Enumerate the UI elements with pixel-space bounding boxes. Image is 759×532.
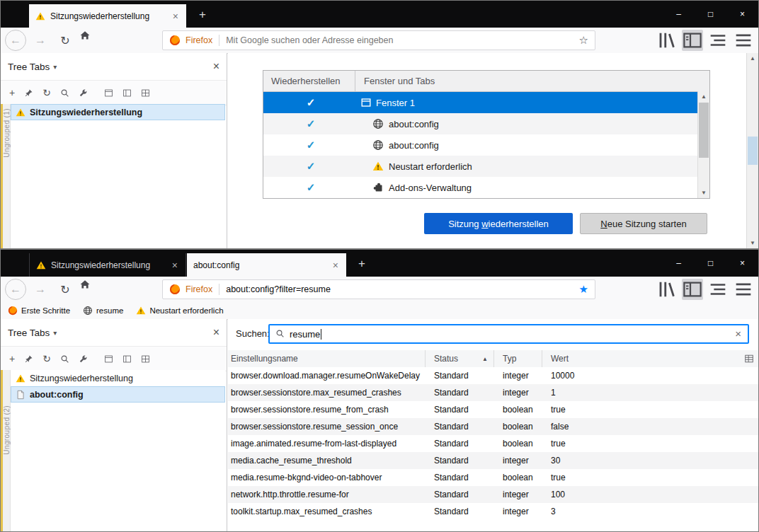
maximize-button[interactable]: □ [695, 250, 726, 277]
maximize-button[interactable]: □ [695, 1, 726, 28]
new-session-button[interactable]: Neue Sitzung starten [580, 213, 707, 234]
minimize-button[interactable]: – [663, 250, 695, 277]
page-scrollbar[interactable]: ▲ ▼ [746, 53, 758, 248]
check-icon[interactable]: ✓ [304, 177, 317, 198]
home-button[interactable] [79, 30, 91, 41]
new-tab-button[interactable]: + [353, 255, 371, 272]
check-icon[interactable]: ✓ [304, 156, 317, 177]
pref-row[interactable]: browser.sessionstore.resume_session_once… [228, 418, 758, 435]
home-button[interactable] [79, 279, 91, 290]
pref-row[interactable]: network.http.throttle.resume-forStandard… [228, 486, 758, 503]
list-icon[interactable] [707, 30, 729, 51]
add-tab-button[interactable]: + [9, 354, 15, 364]
session-restore-row[interactable]: ✓Neustart erforderlich [263, 156, 709, 177]
refresh-icon[interactable]: ↻ [42, 354, 51, 364]
column-header-status[interactable]: Status▲ [426, 350, 494, 367]
titlebar[interactable]: Sitzungswiederherstellung × + – □ × [1, 1, 758, 28]
browser-tab-session-restore[interactable]: Sitzungswiederherstellung × [29, 4, 186, 28]
session-restore-row[interactable]: ✓Add-ons-Verwaltung [263, 177, 709, 198]
pref-row[interactable]: browser.download.manager.resumeOnWakeDel… [228, 367, 758, 384]
tab-close-icon[interactable]: × [331, 260, 340, 271]
titlebar[interactable]: Sitzungswiederherstellung × about:config… [1, 250, 758, 277]
tab-close-icon[interactable]: × [171, 260, 179, 271]
pref-row[interactable]: media.cache_resume_thresholdStandardinte… [228, 452, 758, 469]
panel-left-icon[interactable] [122, 354, 132, 364]
sidebar-tab-item[interactable]: Sitzungswiederherstellung [11, 104, 225, 120]
restore-session-button[interactable]: Sitzung wiederherstellen [424, 213, 573, 234]
forward-button[interactable]: → [30, 30, 51, 51]
pin-icon[interactable] [24, 88, 33, 98]
chevron-down-icon[interactable]: ▾ [53, 63, 57, 71]
sidebar-close-icon[interactable]: × [213, 60, 219, 73]
column-picker-button[interactable] [740, 350, 758, 367]
panel-grid-icon[interactable] [141, 88, 150, 98]
panel-top-icon[interactable] [104, 354, 113, 364]
pref-row[interactable]: image.animated.resume-from-last-displaye… [228, 435, 758, 452]
chevron-down-icon[interactable]: ▾ [53, 329, 57, 337]
browser-tab-session-restore[interactable]: Sitzungswiederherstellung × [29, 253, 186, 277]
column-header-name[interactable]: Einstellungsname [228, 350, 426, 367]
bookmark-item[interactable]: Erste Schritte [8, 306, 70, 316]
panel-top-icon[interactable] [104, 88, 113, 98]
settings-wrench-icon[interactable] [79, 354, 88, 364]
settings-wrench-icon[interactable] [79, 88, 88, 98]
pref-row[interactable]: browser.sessionstore.resume_from_crashSt… [228, 401, 758, 418]
url-input[interactable]: Mit Google suchen oder Adresse eingeben [226, 35, 578, 45]
sidebar-close-icon[interactable]: × [213, 326, 219, 339]
column-header-type[interactable]: Typ [494, 350, 542, 367]
sidebar-toggle-icon[interactable] [682, 30, 703, 51]
check-icon[interactable]: ✓ [304, 92, 317, 113]
menu-icon[interactable] [733, 30, 754, 51]
dialog-scrollbar[interactable]: ▲ ▼ [697, 91, 709, 198]
tab-group-strip[interactable]: Ungrouped (2) [1, 370, 11, 531]
clear-search-icon[interactable]: × [735, 328, 741, 340]
search-input[interactable]: resume × [268, 324, 749, 344]
library-icon[interactable] [656, 30, 678, 51]
check-icon[interactable]: ✓ [304, 134, 317, 156]
browser-tab-about-config[interactable]: about:config × [187, 253, 346, 277]
close-button[interactable]: × [726, 250, 758, 277]
menu-icon[interactable] [733, 279, 754, 300]
search-icon[interactable] [60, 88, 69, 98]
scrollbar-thumb[interactable] [699, 103, 709, 158]
sidebar-tab-item[interactable]: Sitzungswiederherstellung [11, 370, 225, 386]
bookmark-star-icon[interactable]: ★ [579, 283, 588, 296]
sidebar-tab-item[interactable]: about:config [11, 386, 225, 403]
url-bar[interactable]: Firefox about:config?filter=resume ★ [162, 279, 595, 299]
url-bar[interactable]: Firefox Mit Google suchen oder Adresse e… [162, 30, 595, 50]
reload-button[interactable]: ↻ [55, 30, 76, 51]
back-button[interactable]: ← [5, 279, 26, 300]
pin-icon[interactable] [24, 354, 33, 364]
reload-button[interactable]: ↻ [55, 279, 76, 300]
bookmark-item[interactable]: Neustart erforderlich [136, 306, 223, 316]
refresh-icon[interactable]: ↻ [42, 88, 51, 98]
library-icon[interactable] [656, 279, 678, 300]
new-tab-button[interactable]: + [193, 6, 212, 23]
session-restore-row[interactable]: ✓about:config [263, 113, 709, 134]
list-icon[interactable] [707, 279, 729, 300]
add-tab-button[interactable]: + [9, 88, 15, 98]
scroll-up-icon[interactable]: ▲ [747, 53, 758, 64]
scroll-down-icon[interactable]: ▼ [747, 238, 758, 248]
sidebar-toggle-icon[interactable] [682, 279, 703, 300]
session-restore-row[interactable]: ✓about:config [263, 134, 709, 156]
column-header-value[interactable]: Wert [542, 350, 740, 367]
check-icon[interactable]: ✓ [304, 113, 317, 134]
session-restore-row[interactable]: ✓Fenster 1 [263, 92, 709, 113]
forward-button[interactable]: → [30, 279, 51, 300]
column-header-restore[interactable]: Wiederherstellen [263, 71, 355, 91]
minimize-button[interactable]: – [663, 1, 695, 28]
pref-row[interactable]: toolkit.startup.max_resumed_crashesStand… [228, 503, 758, 520]
tab-group-strip[interactable]: Ungrouped (1) [1, 104, 11, 248]
search-icon[interactable] [60, 354, 69, 364]
back-button[interactable]: ← [5, 30, 26, 51]
bookmark-item[interactable]: resume [83, 306, 123, 316]
scrollbar-thumb[interactable] [748, 137, 758, 165]
pref-row[interactable]: browser.sessionstore.max_resumed_crashes… [228, 384, 758, 401]
scroll-down-icon[interactable]: ▼ [698, 187, 709, 198]
panel-left-icon[interactable] [122, 88, 132, 98]
column-header-windows-tabs[interactable]: Fenster und Tabs [355, 76, 435, 86]
close-button[interactable]: × [726, 1, 758, 28]
bookmark-star-icon[interactable]: ☆ [579, 34, 588, 47]
scroll-up-icon[interactable]: ▲ [698, 91, 709, 102]
